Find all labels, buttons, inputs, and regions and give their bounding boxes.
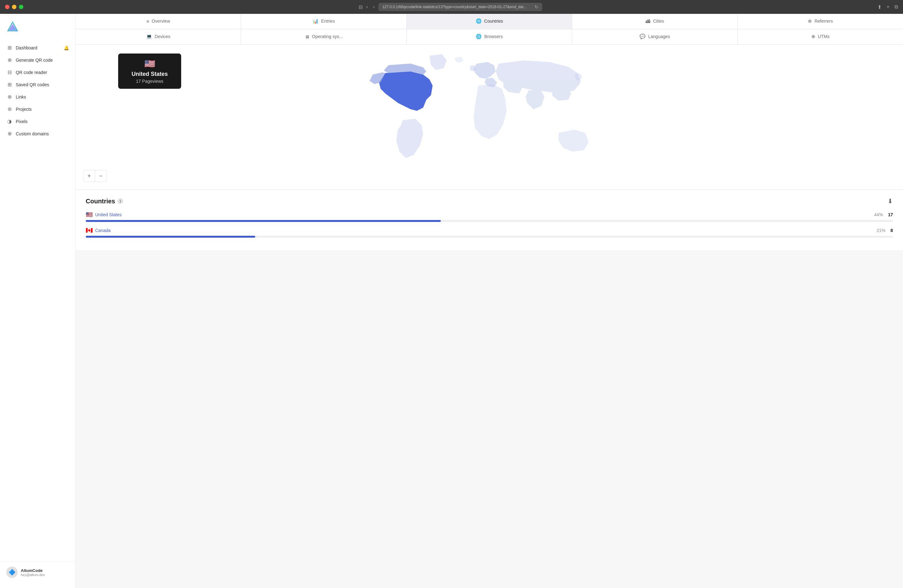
- devices-tab-icon: 💻: [146, 34, 152, 39]
- section-title: Countries i: [86, 198, 123, 205]
- content-area: 🇺🇸 United States 17 Pageviews + −: [76, 45, 903, 588]
- tab-devices[interactable]: 💻 Devices: [76, 29, 241, 44]
- app: ⊞ Dashboard 🔔 ⊕ Generate QR code ⊟ QR co…: [0, 14, 903, 588]
- progress-bar-container: [86, 220, 893, 222]
- country-row-header: 🇨🇦 Canada 21% 8: [86, 227, 893, 234]
- country-label: Canada: [95, 228, 110, 233]
- sidebar-bottom: 🔷 AltumCode hey@altum.dev: [0, 561, 75, 583]
- country-row-header: 🇺🇸 United States 44% 17: [86, 211, 893, 218]
- sidebar-item-generate[interactable]: ⊕ Generate QR code: [0, 54, 75, 66]
- country-stats: 21% 8: [876, 228, 893, 233]
- countries-list: 🇺🇸 United States 44% 17 🇨🇦 Canada 21% 8: [86, 211, 893, 238]
- country-percent: 44%: [874, 212, 883, 217]
- titlebar: ⊟ ‹ › 127.0.0.1/66qrcode/link-statistics…: [0, 0, 903, 14]
- sidebar-label-custom-domains: Custom domains: [16, 131, 49, 136]
- qr-reader-icon: ⊟: [6, 69, 13, 75]
- sidebar-item-custom-domains[interactable]: ⊕ Custom domains: [0, 127, 75, 140]
- progress-bar: [86, 236, 255, 238]
- tab-utms[interactable]: ⊕ UTMs: [738, 29, 903, 44]
- user-email: hey@altum.dev: [21, 573, 45, 577]
- nav-section: ⊞ Dashboard 🔔 ⊕ Generate QR code ⊟ QR co…: [0, 42, 75, 561]
- country-row: 🇨🇦 Canada 21% 8: [86, 227, 893, 238]
- close-button[interactable]: [5, 5, 9, 9]
- sidebar-item-saved[interactable]: ⊞ Saved QR codes: [0, 78, 75, 91]
- country-name-link[interactable]: 🇺🇸 United States: [86, 211, 122, 218]
- zoom-out-button[interactable]: −: [95, 170, 107, 182]
- entries-tab-icon: 📊: [313, 18, 319, 24]
- minimize-button[interactable]: [12, 5, 16, 9]
- sidebar-item-pixels[interactable]: ◑ Pixels: [0, 115, 75, 127]
- tab-referrers[interactable]: ⊕ Referrers: [738, 14, 903, 29]
- logo-area: [0, 19, 75, 42]
- titlebar-right: ⬆ + ⧉: [878, 4, 898, 10]
- countries-section: Countries i ⬇ 🇺🇸 United States 44% 17: [76, 190, 903, 250]
- projects-icon: ⊛: [6, 106, 13, 112]
- forward-button[interactable]: ›: [372, 3, 376, 11]
- map-tooltip: 🇺🇸 United States 17 Pageviews: [118, 53, 181, 89]
- country-flag: 🇺🇸: [86, 211, 93, 218]
- sidebar-label-generate: Generate QR code: [16, 58, 53, 63]
- tab-languages[interactable]: 💬 Languages: [572, 29, 738, 44]
- tab-os-label: Operating sys...: [312, 34, 343, 39]
- country-name-link[interactable]: 🇨🇦 Canada: [86, 227, 110, 234]
- tab-entries[interactable]: 📊 Entries: [241, 14, 406, 29]
- tab-countries[interactable]: 🌐 Countries: [407, 14, 572, 29]
- tab-browsers-label: Browsers: [484, 34, 503, 39]
- zoom-controls: + −: [83, 170, 107, 182]
- zoom-in-button[interactable]: +: [83, 170, 95, 182]
- progress-bar: [86, 220, 441, 222]
- avatar: 🔷: [6, 567, 18, 578]
- generate-icon: ⊕: [6, 57, 13, 63]
- tab-cities[interactable]: 🏙 Cities: [572, 14, 738, 29]
- sidebar-label-saved: Saved QR codes: [16, 82, 49, 87]
- titlebar-center: ⊟ ‹ › 127.0.0.1/66qrcode/link-statistics…: [27, 3, 874, 11]
- sidebar-label-pixels: Pixels: [16, 119, 27, 124]
- country-stats: 44% 17: [874, 212, 893, 217]
- sidebar-item-projects[interactable]: ⊛ Projects: [0, 103, 75, 115]
- sidebar-toggle-icon[interactable]: ⊟: [359, 4, 363, 10]
- links-icon: ⊗: [6, 94, 13, 100]
- map-section: 🇺🇸 United States 17 Pageviews + −: [76, 45, 903, 190]
- back-button[interactable]: ‹: [365, 3, 369, 11]
- sidebar-item-dashboard[interactable]: ⊞ Dashboard 🔔: [0, 42, 75, 54]
- tab-operating-sys[interactable]: 🖥 Operating sys...: [241, 29, 406, 44]
- utms-tab-icon: ⊕: [811, 34, 815, 39]
- sidebar-label-projects: Projects: [16, 107, 32, 112]
- sidebar-label-dashboard: Dashboard: [16, 45, 38, 50]
- country-flag: 🇨🇦: [86, 227, 93, 234]
- country-row: 🇺🇸 United States 44% 17: [86, 211, 893, 222]
- fullscreen-button[interactable]: [19, 5, 23, 9]
- sidebar-label-qr-reader: QR code reader: [16, 70, 47, 75]
- tooltip-flag: 🇺🇸: [124, 58, 175, 69]
- tab-row-1: ≡ Overview 📊 Entries 🌐 Countries 🏙 Citie…: [76, 14, 903, 29]
- download-icon[interactable]: ⬇: [887, 198, 893, 205]
- cities-tab-icon: 🏙: [646, 19, 650, 24]
- user-name: AltumCode: [21, 568, 45, 573]
- countries-tab-icon: 🌐: [476, 18, 482, 24]
- windows-icon[interactable]: ⧉: [895, 4, 898, 10]
- url-bar[interactable]: 127.0.0.1/66qrcode/link-statistics/13?ty…: [378, 3, 542, 11]
- url-text: 127.0.0.1/66qrcode/link-statistics/13?ty…: [382, 5, 527, 9]
- country-count: 17: [888, 212, 893, 217]
- app-logo: [6, 21, 19, 34]
- info-icon[interactable]: i: [118, 198, 123, 204]
- new-tab-icon[interactable]: +: [887, 4, 889, 10]
- tab-overview[interactable]: ≡ Overview: [76, 14, 241, 29]
- notification-icon[interactable]: 🔔: [64, 45, 69, 50]
- referrers-tab-icon: ⊕: [808, 18, 812, 24]
- user-info: AltumCode hey@altum.dev: [21, 568, 45, 577]
- tab-overview-label: Overview: [151, 19, 170, 24]
- sidebar: ⊞ Dashboard 🔔 ⊕ Generate QR code ⊟ QR co…: [0, 14, 76, 588]
- overview-tab-icon: ≡: [146, 19, 149, 24]
- pixels-icon: ◑: [6, 118, 13, 124]
- share-icon[interactable]: ⬆: [878, 4, 882, 10]
- os-tab-icon: 🖥: [305, 34, 309, 39]
- sidebar-item-links[interactable]: ⊗ Links: [0, 91, 75, 103]
- tab-browsers[interactable]: 🌐 Browsers: [407, 29, 572, 44]
- map-container[interactable]: 🇺🇸 United States 17 Pageviews + −: [76, 45, 903, 190]
- reload-icon[interactable]: ↻: [535, 5, 538, 9]
- sidebar-item-qr-reader[interactable]: ⊟ QR code reader: [0, 66, 75, 78]
- country-count: 8: [890, 228, 893, 233]
- tab-entries-label: Entries: [321, 19, 335, 24]
- tab-languages-label: Languages: [648, 34, 670, 39]
